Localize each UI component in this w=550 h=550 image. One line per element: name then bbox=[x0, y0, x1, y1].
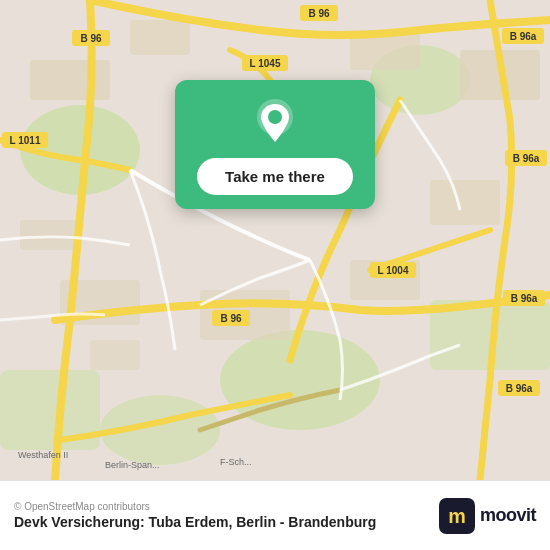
svg-text:L 1004: L 1004 bbox=[378, 265, 409, 276]
moovit-text: moovit bbox=[480, 505, 536, 526]
svg-text:B 96a: B 96a bbox=[510, 31, 537, 42]
svg-text:m: m bbox=[448, 505, 466, 527]
svg-text:B 96: B 96 bbox=[308, 8, 330, 19]
svg-text:L 1011: L 1011 bbox=[10, 135, 41, 146]
copyright-text: © OpenStreetMap contributors bbox=[14, 501, 376, 512]
svg-point-41 bbox=[268, 110, 282, 124]
map-container[interactable]: B 96 B 96 B 96 B 96a B 96a B 96a B 96a L… bbox=[0, 0, 550, 480]
popup-card: Take me there bbox=[175, 80, 375, 209]
svg-text:Berlin-Span...: Berlin-Span... bbox=[105, 460, 160, 470]
bottom-bar: © OpenStreetMap contributors Devk Versic… bbox=[0, 480, 550, 550]
svg-text:B 96: B 96 bbox=[220, 313, 242, 324]
moovit-icon: m bbox=[439, 498, 475, 534]
map-background: B 96 B 96 B 96 B 96a B 96a B 96a B 96a L… bbox=[0, 0, 550, 480]
location-name: Devk Versicherung: Tuba Erdem, Berlin - … bbox=[14, 514, 376, 530]
svg-rect-16 bbox=[90, 340, 140, 370]
app-container: B 96 B 96 B 96 B 96a B 96a B 96a B 96a L… bbox=[0, 0, 550, 550]
moovit-logo: m moovit bbox=[439, 498, 536, 534]
svg-rect-7 bbox=[30, 60, 110, 100]
svg-rect-15 bbox=[20, 220, 80, 250]
svg-text:B 96a: B 96a bbox=[506, 383, 533, 394]
svg-text:Westhafen II: Westhafen II bbox=[18, 450, 68, 460]
svg-text:B 96a: B 96a bbox=[511, 293, 538, 304]
svg-rect-8 bbox=[130, 20, 190, 55]
svg-text:L 1045: L 1045 bbox=[250, 58, 281, 69]
svg-rect-14 bbox=[430, 180, 500, 225]
take-me-there-button[interactable]: Take me there bbox=[197, 158, 353, 195]
svg-text:F-Sch...: F-Sch... bbox=[220, 457, 252, 467]
location-info: © OpenStreetMap contributors Devk Versic… bbox=[14, 501, 376, 530]
location-pin-icon bbox=[251, 98, 299, 146]
svg-text:B 96: B 96 bbox=[80, 33, 102, 44]
svg-text:B 96a: B 96a bbox=[513, 153, 540, 164]
